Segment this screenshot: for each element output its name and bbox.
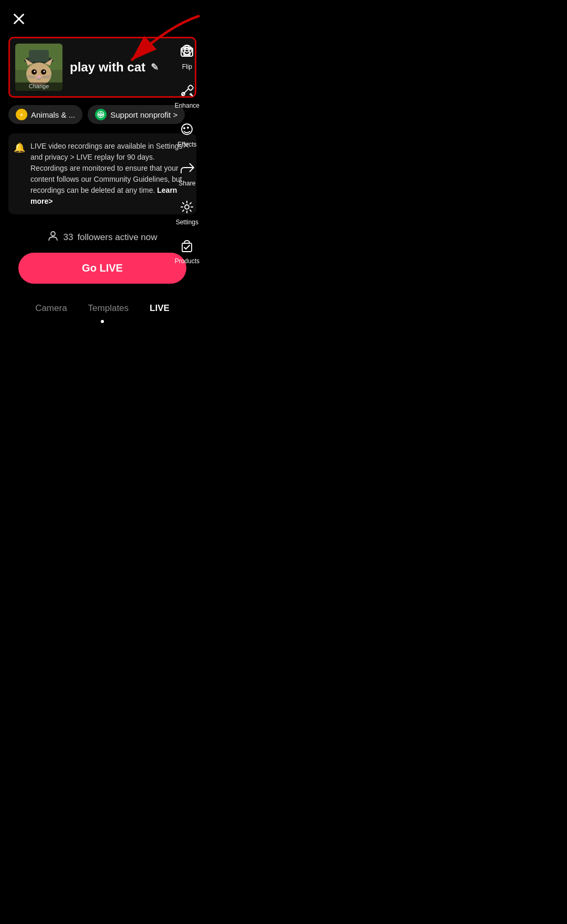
- notice-text: LIVE video recordings are available in S…: [30, 141, 189, 207]
- svg-point-26: [51, 232, 55, 236]
- followers-label: followers active now: [77, 232, 157, 243]
- svg-point-39: [185, 205, 189, 209]
- main-content: Change play with cat ✎ + Animals & ...: [0, 0, 205, 334]
- effects-icon: [177, 120, 196, 139]
- flip-icon: [177, 42, 196, 61]
- title-card[interactable]: Change play with cat ✎: [8, 37, 196, 98]
- edit-title-icon[interactable]: ✎: [151, 61, 159, 73]
- thumbnail-wrapper[interactable]: Change: [15, 44, 62, 91]
- svg-rect-6: [29, 50, 49, 61]
- followers-row: 33 followers active now: [8, 230, 196, 244]
- tab-live[interactable]: LIVE: [150, 301, 170, 316]
- stream-title: play with cat: [70, 60, 145, 75]
- nav-indicator-dot: [101, 320, 104, 323]
- svg-point-14: [34, 71, 36, 72]
- svg-point-38: [187, 127, 189, 129]
- products-label: Products: [175, 257, 200, 265]
- tag-animals-icon: +: [16, 109, 27, 120]
- screen: Change play with cat ✎ + Animals & ...: [0, 0, 205, 334]
- notice-box: 🔔 LIVE video recordings are available in…: [8, 133, 196, 214]
- sidebar-item-settings[interactable]: Settings: [176, 198, 198, 226]
- share-icon: [177, 159, 196, 178]
- products-icon: [177, 236, 196, 255]
- stream-title-text: play with cat ✎: [70, 60, 190, 75]
- tab-camera[interactable]: Camera: [35, 301, 67, 316]
- sidebar-item-flip[interactable]: Flip: [177, 42, 196, 70]
- svg-rect-32: [188, 85, 194, 90]
- tags-row: + Animals & ... Support nonprofit >: [8, 105, 196, 124]
- tag-animals[interactable]: + Animals & ...: [8, 105, 82, 124]
- enhance-icon: [177, 81, 196, 100]
- sidebar-item-products[interactable]: Products: [175, 236, 200, 265]
- sidebar-item-effects[interactable]: Effects: [177, 120, 196, 148]
- tab-templates[interactable]: Templates: [88, 301, 129, 316]
- svg-point-16: [37, 75, 41, 78]
- followers-count: 33: [63, 232, 73, 243]
- bottom-nav: Camera Templates LIVE: [0, 295, 205, 334]
- svg-point-37: [183, 127, 185, 129]
- sidebar-item-share[interactable]: Share: [177, 159, 196, 187]
- tag-support-nonprofit[interactable]: Support nonprofit >: [88, 105, 185, 124]
- svg-point-15: [44, 71, 45, 72]
- bell-icon: 🔔: [14, 142, 25, 153]
- right-sidebar: Flip Enhance: [175, 42, 200, 265]
- svg-text:Change: Change: [29, 83, 49, 89]
- tag-animals-label: Animals & ...: [31, 110, 75, 119]
- person-icon: [47, 230, 59, 244]
- tag-nonprofit-icon: [95, 109, 107, 120]
- go-live-button[interactable]: Go LIVE: [18, 253, 186, 284]
- effects-label: Effects: [177, 141, 196, 148]
- flip-label: Flip: [182, 63, 192, 70]
- settings-label: Settings: [176, 219, 198, 226]
- tag-nonprofit-label: Support nonprofit >: [110, 110, 177, 119]
- nav-tabs: Camera Templates LIVE: [0, 301, 205, 316]
- svg-point-7: [26, 63, 51, 86]
- share-label: Share: [178, 180, 195, 187]
- sidebar-item-enhance[interactable]: Enhance: [175, 81, 200, 109]
- enhance-label: Enhance: [175, 102, 200, 109]
- settings-icon: [177, 198, 196, 216]
- close-button[interactable]: [9, 9, 28, 28]
